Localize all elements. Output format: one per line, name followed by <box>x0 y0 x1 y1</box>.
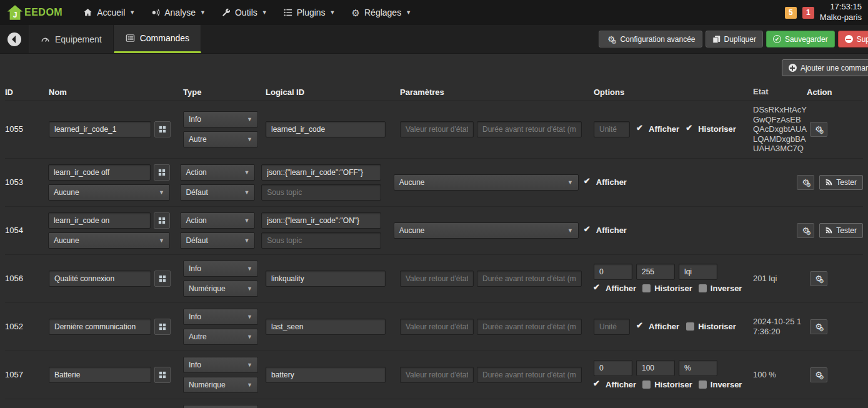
back-button[interactable] <box>0 25 29 53</box>
chevron-down-icon: ▼ <box>240 237 249 244</box>
historiser-checkbox[interactable]: Historiser <box>686 322 736 331</box>
chevron-down-icon: ▼ <box>155 189 164 196</box>
afficher-checkbox[interactable]: Afficher <box>594 380 636 389</box>
checkbox-icon <box>594 284 602 292</box>
unit-input[interactable] <box>679 264 717 280</box>
tab-equipement[interactable]: Equipement <box>29 25 114 53</box>
command-name-input[interactable] <box>48 164 151 181</box>
command-display-button[interactable] <box>154 319 171 335</box>
checkbox-icon <box>686 322 694 331</box>
unit-input[interactable] <box>679 360 717 376</box>
logical-id-input[interactable] <box>266 367 386 383</box>
command-type-select[interactable]: Info▼ <box>183 261 258 277</box>
afficher-checkbox[interactable]: Afficher <box>584 177 741 187</box>
min-input[interactable] <box>594 360 632 376</box>
min-input[interactable] <box>594 264 632 280</box>
menu-analyse[interactable]: Analyse ▼ <box>151 7 206 17</box>
menu-reglages[interactable]: ⚙ Réglages ▼ <box>352 7 412 17</box>
tab-label: Commandes <box>140 33 189 43</box>
menu-outils[interactable]: Outils ▼ <box>222 7 267 17</box>
command-subtype-select[interactable]: Défaut▼ <box>180 232 255 249</box>
inverser-checkbox[interactable]: Inverser <box>699 380 742 389</box>
tester-button[interactable]: Tester <box>819 223 863 238</box>
checkbox-label: Afficher <box>606 380 636 389</box>
gears-icon: ⚙⚙ <box>814 371 824 379</box>
command-type-select[interactable]: Info▼ <box>183 111 258 127</box>
linked-info-select[interactable]: Aucune▼ <box>48 232 170 249</box>
historiser-checkbox[interactable]: Historiser <box>686 124 736 134</box>
checkbox-label: Afficher <box>596 177 627 187</box>
logical-id-input[interactable] <box>261 212 381 229</box>
parametres-select[interactable]: Aucune▼ <box>394 174 579 191</box>
command-type-select[interactable]: Action▼ <box>180 212 255 229</box>
command-settings-button[interactable]: ⚙⚙ <box>810 367 827 382</box>
command-display-button[interactable] <box>154 271 171 287</box>
command-settings-button[interactable]: ⚙⚙ <box>810 271 827 286</box>
parametres-select[interactable]: Aucune▼ <box>394 222 579 239</box>
command-subtype-select[interactable]: Défaut▼ <box>180 184 255 201</box>
logical-id-input[interactable] <box>261 164 381 181</box>
command-name-input[interactable] <box>49 121 151 137</box>
max-input[interactable] <box>636 264 675 280</box>
notification-badge-alert[interactable]: 1 <box>802 7 814 19</box>
command-type-select[interactable]: Info▼ <box>183 405 258 408</box>
menu-accueil[interactable]: Accueil ▼ <box>83 7 135 17</box>
minus-circle-icon <box>845 35 853 43</box>
linked-info-select[interactable]: Aucune▼ <box>48 184 170 201</box>
command-subtype-select[interactable]: Numérique▼ <box>183 281 258 297</box>
notification-badge-warning[interactable]: 5 <box>785 7 797 19</box>
delete-button[interactable]: Supprimer <box>838 31 868 47</box>
command-display-button[interactable] <box>154 367 171 383</box>
command-settings-button[interactable]: ⚙⚙ <box>797 223 814 238</box>
advanced-configuration-button[interactable]: ⚙⚙ Configuration avancée <box>599 31 702 47</box>
afficher-checkbox[interactable]: Afficher <box>594 284 636 293</box>
add-command-button[interactable]: Ajouter une commande <box>782 59 868 76</box>
command-display-button[interactable] <box>154 212 170 229</box>
command-type-select[interactable]: Info▼ <box>183 357 258 373</box>
analyse-icon <box>151 8 160 17</box>
afficher-checkbox[interactable]: Afficher <box>637 322 679 331</box>
command-name-input[interactable] <box>49 271 151 287</box>
logical-id-input[interactable] <box>266 319 386 335</box>
checkbox-label: Historiser <box>698 322 736 331</box>
checkbox-label: Afficher <box>649 124 679 134</box>
command-type-select[interactable]: Action▼ <box>180 164 255 181</box>
gear-icon: ⚙ <box>352 8 360 17</box>
command-display-button[interactable] <box>154 164 170 181</box>
command-type-select[interactable]: Info▼ <box>183 309 258 325</box>
command-subtype-select[interactable]: Numérique▼ <box>183 377 258 393</box>
valeur-retour-input <box>400 367 474 383</box>
user-name[interactable]: Malko-paris <box>820 12 862 23</box>
command-name-input[interactable] <box>49 319 151 335</box>
logical-id-input[interactable] <box>266 121 386 137</box>
command-name-input[interactable] <box>49 367 151 383</box>
tester-button[interactable]: Tester <box>819 175 863 190</box>
column-header-etat: Etat <box>753 87 807 97</box>
duplicate-button[interactable]: Dupliquer <box>706 31 763 47</box>
command-display-button[interactable] <box>154 121 171 137</box>
command-name-input[interactable] <box>48 212 151 229</box>
tab-commandes[interactable]: Commandes <box>114 25 201 53</box>
afficher-checkbox[interactable]: Afficher <box>637 124 679 134</box>
menu-plugins[interactable]: Plugins ▼ <box>284 7 336 17</box>
jeedom-logo[interactable]: J EEDOM <box>6 4 62 21</box>
command-subtype-select[interactable]: Autre▼ <box>183 329 258 345</box>
chevron-down-icon: ▼ <box>243 334 252 340</box>
commands-panel: Ajouter une commande ID Nom Type Logical… <box>0 54 868 408</box>
max-input[interactable] <box>636 360 675 376</box>
select-value: Numérique <box>189 381 226 389</box>
historiser-checkbox[interactable]: Historiser <box>642 380 692 389</box>
save-button[interactable]: ✔ Sauvegarder <box>766 31 835 47</box>
clock-user-block: 17:53:15 Malko-paris <box>820 2 862 23</box>
checkbox-label: Afficher <box>649 322 679 331</box>
checkbox-label: Inverser <box>711 380 742 389</box>
afficher-checkbox[interactable]: Afficher <box>584 226 741 235</box>
command-subtype-select[interactable]: Autre▼ <box>183 131 258 147</box>
historiser-checkbox[interactable]: Historiser <box>642 284 692 293</box>
command-settings-button[interactable]: ⚙⚙ <box>810 122 827 137</box>
chevron-down-icon: ▼ <box>243 116 252 122</box>
inverser-checkbox[interactable]: Inverser <box>699 284 742 293</box>
command-settings-button[interactable]: ⚙⚙ <box>797 175 814 190</box>
command-settings-button[interactable]: ⚙⚙ <box>810 319 827 334</box>
logical-id-input[interactable] <box>266 271 386 287</box>
